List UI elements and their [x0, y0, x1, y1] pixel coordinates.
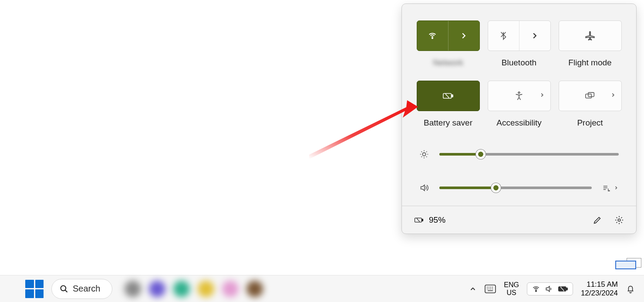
svg-rect-8	[422, 219, 423, 221]
battery-percent-text: 95%	[429, 215, 445, 225]
svg-rect-5	[588, 92, 594, 96]
keyboard-icon[interactable]	[485, 285, 496, 293]
chevron-right-icon	[539, 92, 545, 100]
taskbar-search[interactable]: Search	[51, 279, 112, 299]
language-indicator[interactable]: ENG US	[504, 281, 519, 297]
wifi-toggle-button[interactable]	[417, 20, 480, 51]
tile-bluetooth: Bluetooth	[488, 20, 551, 68]
battery-saver-icon	[558, 285, 568, 292]
accessibility-icon	[514, 91, 524, 101]
battery-saver-label: Battery saver	[424, 118, 472, 128]
wifi-toggle-main[interactable]	[417, 21, 448, 51]
bluetooth-toggle-button[interactable]	[488, 20, 551, 51]
tray-overflow-button[interactable]	[469, 285, 477, 293]
svg-point-9	[618, 219, 620, 221]
system-tray: ENG US 11:15 AM 12/23/2024	[469, 275, 644, 302]
volume-slider-row	[419, 183, 619, 193]
wifi-icon	[532, 285, 540, 293]
notifications-button[interactable]	[626, 284, 635, 294]
sliders-section	[402, 136, 636, 206]
battery-saver-icon	[414, 215, 424, 225]
tile-accessibility: Accessibility	[488, 81, 551, 128]
tile-flight-mode: Flight mode	[559, 20, 622, 68]
flight-mode-toggle-button[interactable]	[559, 20, 622, 51]
tray-clock[interactable]: 11:15 AM 12/23/2024	[581, 280, 618, 298]
battery-saver-icon	[442, 90, 454, 102]
airplane-icon	[584, 30, 596, 41]
tray-network-sound-battery[interactable]	[527, 282, 573, 295]
chevron-right-icon	[610, 92, 616, 100]
chevron-right-icon	[459, 31, 469, 41]
project-toggle-button[interactable]	[559, 81, 622, 111]
tile-wifi: Network	[417, 20, 480, 68]
speaker-icon	[545, 285, 553, 293]
svg-rect-15	[566, 288, 568, 290]
start-button[interactable]	[25, 280, 44, 298]
accessibility-toggle-button[interactable]	[488, 81, 551, 111]
edit-icon[interactable]	[593, 215, 602, 225]
speaker-icon	[419, 183, 429, 193]
project-label: Project	[577, 118, 603, 128]
battery-status[interactable]: 95%	[414, 215, 445, 225]
svg-rect-2	[452, 95, 453, 97]
svg-point-6	[422, 153, 425, 156]
background-window-corner	[615, 261, 636, 269]
svg-point-0	[432, 37, 433, 38]
quick-settings-panel: Network Bluetooth Flight mode	[401, 3, 637, 234]
taskbar-pinned-apps[interactable]	[116, 278, 307, 300]
brightness-icon	[419, 149, 429, 159]
search-label: Search	[73, 284, 100, 294]
sound-output-button[interactable]	[602, 183, 619, 193]
gear-icon[interactable]	[614, 215, 624, 225]
chevron-right-icon	[614, 185, 619, 190]
accessibility-label: Accessibility	[496, 118, 541, 128]
brightness-slider[interactable]	[439, 153, 619, 156]
bluetooth-icon	[499, 31, 508, 41]
bluetooth-toggle-main[interactable]	[488, 21, 519, 51]
wifi-icon	[428, 31, 437, 41]
chevron-right-icon	[530, 31, 539, 41]
clock-time: 11:15 AM	[581, 280, 618, 289]
volume-slider[interactable]	[439, 187, 592, 189]
flight-mode-label: Flight mode	[568, 58, 611, 68]
lang-top: ENG	[504, 281, 519, 289]
battery-saver-toggle-button[interactable]	[417, 81, 480, 111]
search-icon	[60, 285, 68, 293]
sound-output-icon	[602, 183, 612, 193]
svg-rect-4	[586, 94, 592, 98]
tile-battery-saver: Battery saver	[417, 81, 480, 128]
brightness-slider-thumb[interactable]	[476, 149, 486, 159]
brightness-slider-row	[419, 149, 619, 159]
quick-settings-footer: 95%	[402, 206, 636, 234]
quick-settings-grid: Network Bluetooth Flight mode	[402, 20, 636, 136]
clock-date: 12/23/2024	[581, 289, 618, 298]
tile-project: Project	[559, 81, 622, 128]
svg-point-11	[61, 285, 66, 291]
svg-point-13	[536, 290, 536, 291]
lang-bottom: US	[504, 289, 519, 297]
svg-point-3	[518, 92, 520, 94]
wifi-label: Network	[433, 58, 463, 68]
wifi-expand-button[interactable]	[448, 21, 479, 51]
project-icon	[585, 91, 595, 101]
bluetooth-label: Bluetooth	[502, 58, 536, 68]
volume-slider-thumb[interactable]	[491, 183, 501, 193]
bluetooth-expand-button[interactable]	[519, 21, 550, 51]
taskbar: Search ENG US 11:15 AM 12/23/2024	[0, 275, 644, 302]
